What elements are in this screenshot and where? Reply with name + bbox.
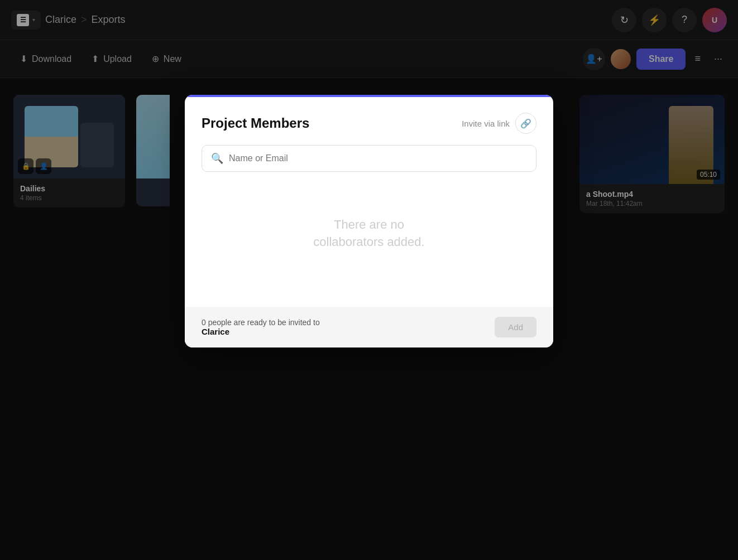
modal-footer: 0 people are ready to be invited to Clar…: [185, 307, 553, 347]
empty-message-line1: There are no: [334, 218, 404, 231]
modal-header: Project Members Invite via link 🔗: [185, 95, 553, 145]
project-members-modal: Project Members Invite via link 🔗 🔍 Ther…: [185, 95, 553, 347]
modal-overlay[interactable]: Project Members Invite via link 🔗 🔍 Ther…: [0, 0, 738, 560]
search-input[interactable]: [229, 153, 527, 163]
empty-state: There are no collaborators added.: [202, 172, 536, 296]
invite-link-label: Invite via link: [462, 119, 510, 128]
footer-project-name: Clarice: [202, 327, 320, 336]
modal-body: 🔍 There are no collaborators added.: [185, 145, 553, 307]
invite-link-section: Invite via link 🔗: [462, 113, 536, 134]
empty-message-line2: collaborators added.: [313, 235, 424, 249]
search-box: 🔍: [202, 145, 536, 172]
copy-link-button[interactable]: 🔗: [515, 113, 536, 134]
link-icon: 🔗: [520, 118, 531, 129]
add-button[interactable]: Add: [495, 317, 536, 337]
search-icon: 🔍: [211, 152, 223, 165]
footer-count-text: 0 people are ready to be invited to: [202, 318, 320, 327]
footer-info: 0 people are ready to be invited to Clar…: [202, 318, 320, 336]
modal-title: Project Members: [202, 115, 309, 131]
